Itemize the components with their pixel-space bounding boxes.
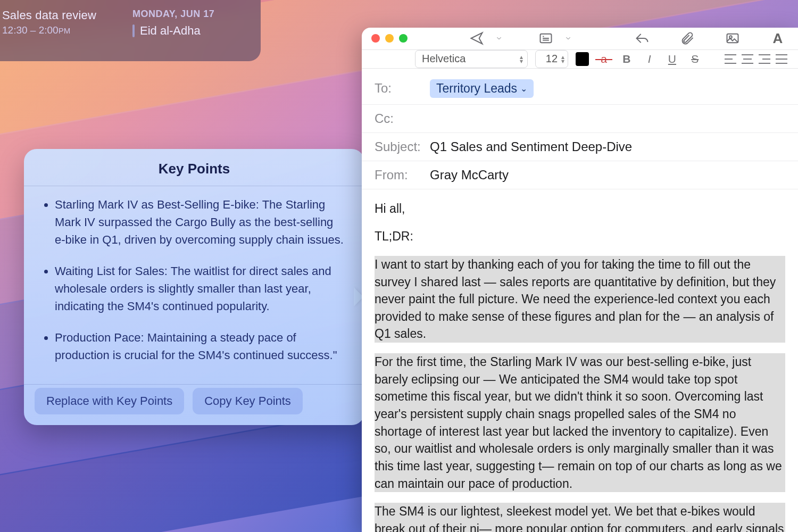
font-size-select[interactable]: 12 ▴▾ bbox=[535, 50, 568, 68]
recipient-token[interactable]: Territory Leads⌄ bbox=[430, 79, 534, 98]
text-color-swatch[interactable] bbox=[576, 52, 589, 66]
body-paragraph: The SM4 is our lightest, sleekest model … bbox=[375, 503, 785, 532]
body-paragraph: I want to start by thanking each of you … bbox=[375, 256, 785, 343]
text-color-reset-icon[interactable]: a bbox=[596, 53, 612, 65]
mail-compose-window: A Helvetica ▴▾ 12 ▴▾ a B I U S To: Terri… bbox=[362, 28, 798, 532]
calendar-event-time: 12:30 – 2:00PM bbox=[2, 24, 120, 36]
from-label: From: bbox=[375, 168, 430, 182]
strikethrough-button[interactable]: S bbox=[687, 53, 703, 65]
mail-toolbar: A bbox=[362, 28, 798, 50]
align-justify-button[interactable] bbox=[776, 54, 787, 64]
cc-label: Cc: bbox=[375, 111, 430, 126]
send-menu-chevron-icon[interactable] bbox=[488, 28, 510, 49]
subject-label: Subject: bbox=[375, 139, 430, 154]
underline-button[interactable]: U bbox=[664, 53, 680, 65]
header-fields-button[interactable] bbox=[535, 28, 556, 49]
close-button[interactable] bbox=[371, 34, 380, 43]
list-item: Production Pace: Maintaining a steady pa… bbox=[55, 329, 346, 364]
italic-button[interactable]: I bbox=[642, 53, 657, 65]
attach-icon[interactable] bbox=[677, 28, 698, 49]
reply-icon[interactable] bbox=[631, 28, 653, 49]
calendar-widget: Sales data review 12:30 – 2:00PM MONDAY,… bbox=[0, 0, 261, 61]
align-left-button[interactable] bbox=[725, 54, 736, 64]
format-bar: Helvetica ▴▾ 12 ▴▾ a B I U S bbox=[362, 50, 798, 69]
list-item: Waiting List for Sales: The waitlist for… bbox=[55, 262, 346, 315]
maximize-button[interactable] bbox=[399, 34, 408, 43]
popover-list: Starling Mark IV as Best-Selling E-bike:… bbox=[24, 186, 364, 384]
from-value: Gray McCarty bbox=[430, 168, 509, 182]
minimize-button[interactable] bbox=[385, 34, 394, 43]
list-item: Starling Mark IV as Best-Selling E-bike:… bbox=[55, 196, 346, 248]
body-tldr: TL;DR: bbox=[375, 228, 785, 245]
calendar-day-label: MONDAY, JUN 17 bbox=[132, 9, 250, 20]
mail-body[interactable]: Hi all, TL;DR: I want to start by thanki… bbox=[362, 189, 798, 532]
send-button[interactable] bbox=[466, 28, 487, 49]
window-controls bbox=[371, 34, 408, 43]
calendar-allday-event: Eid al-Adha bbox=[132, 24, 250, 38]
copy-button[interactable]: Copy Key Points bbox=[193, 388, 303, 414]
body-paragraph: For the first time, the Starling Mark IV… bbox=[375, 353, 785, 492]
font-family-select[interactable]: Helvetica ▴▾ bbox=[415, 50, 528, 68]
header-fields-chevron-icon[interactable] bbox=[558, 28, 579, 49]
popover-title: Key Points bbox=[24, 161, 364, 186]
mail-headers: To: Territory Leads⌄ Cc: Subject: Q1 Sal… bbox=[362, 69, 798, 189]
replace-button[interactable]: Replace with Key Points bbox=[35, 388, 184, 414]
photo-icon[interactable] bbox=[722, 28, 743, 49]
body-greeting: Hi all, bbox=[375, 200, 785, 218]
subject-field[interactable]: Q1 Sales and Sentiment Deep-Dive bbox=[430, 139, 632, 154]
to-label: To: bbox=[375, 81, 430, 96]
align-center-button[interactable] bbox=[742, 54, 753, 64]
calendar-event-title: Sales data review bbox=[2, 9, 120, 22]
format-icon[interactable]: A bbox=[767, 28, 788, 49]
align-right-button[interactable] bbox=[759, 54, 770, 64]
bold-button[interactable]: B bbox=[619, 53, 634, 65]
key-points-popover: Key Points Starling Mark IV as Best-Sell… bbox=[24, 149, 364, 425]
